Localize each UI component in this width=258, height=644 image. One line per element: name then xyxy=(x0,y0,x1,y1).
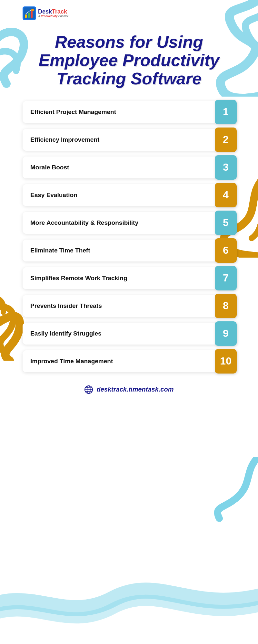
list-item: Improved Time Management10 xyxy=(23,350,235,372)
globe-icon xyxy=(84,385,93,394)
item-label: More Accountability & Responsibility xyxy=(23,212,215,234)
svg-rect-3 xyxy=(31,11,33,18)
logo-title: DeskTrack xyxy=(38,9,68,14)
item-number: 2 xyxy=(215,128,237,152)
list-item: Eliminate Time Theft6 xyxy=(23,240,235,261)
list-item: Easy Evaluation4 xyxy=(23,184,235,206)
item-number: 8 xyxy=(215,294,237,318)
list-item: Morale Boost3 xyxy=(23,156,235,178)
list-item: Easily Identify Struggles9 xyxy=(23,323,235,345)
heading-text: Reasons for Using Employee Productivity … xyxy=(39,33,220,88)
list-item: Simplifies Remote Work Tracking7 xyxy=(23,267,235,289)
svg-rect-1 xyxy=(25,14,27,18)
footer-url: desktrack.timentask.com xyxy=(96,386,174,393)
logo-subtitle: A Productivity Enabler xyxy=(38,14,68,18)
svg-rect-2 xyxy=(28,13,30,18)
list-item: Efficient Project Management1 xyxy=(23,101,235,123)
item-number: 9 xyxy=(215,321,237,346)
item-number: 3 xyxy=(215,155,237,180)
item-number: 4 xyxy=(215,183,237,207)
item-number: 5 xyxy=(215,211,237,235)
item-label: Prevents Insider Threats xyxy=(23,295,215,317)
item-number: 7 xyxy=(215,266,237,290)
item-number: 1 xyxy=(215,100,237,124)
item-label: Easy Evaluation xyxy=(23,184,215,206)
footer: desktrack.timentask.com xyxy=(84,385,174,394)
list-item: Prevents Insider Threats8 xyxy=(23,295,235,317)
item-number: 10 xyxy=(215,349,237,374)
item-label: Efficiency Improvement xyxy=(23,129,215,151)
items-list: Efficient Project Management1Efficiency … xyxy=(19,101,239,372)
item-label: Easily Identify Struggles xyxy=(23,323,215,345)
item-label: Eliminate Time Theft xyxy=(23,240,215,261)
item-label: Morale Boost xyxy=(23,156,215,178)
main-heading: Reasons for Using Employee Productivity … xyxy=(39,33,220,88)
item-label: Simplifies Remote Work Tracking xyxy=(23,267,215,289)
logo-icon xyxy=(23,6,36,20)
logo-area: DeskTrack A Productivity Enabler xyxy=(23,6,68,20)
list-item: More Accountability & Responsibility5 xyxy=(23,212,235,234)
list-item: Efficiency Improvement2 xyxy=(23,129,235,151)
item-label: Improved Time Management xyxy=(23,350,215,372)
item-number: 6 xyxy=(215,238,237,263)
item-label: Efficient Project Management xyxy=(23,101,215,123)
